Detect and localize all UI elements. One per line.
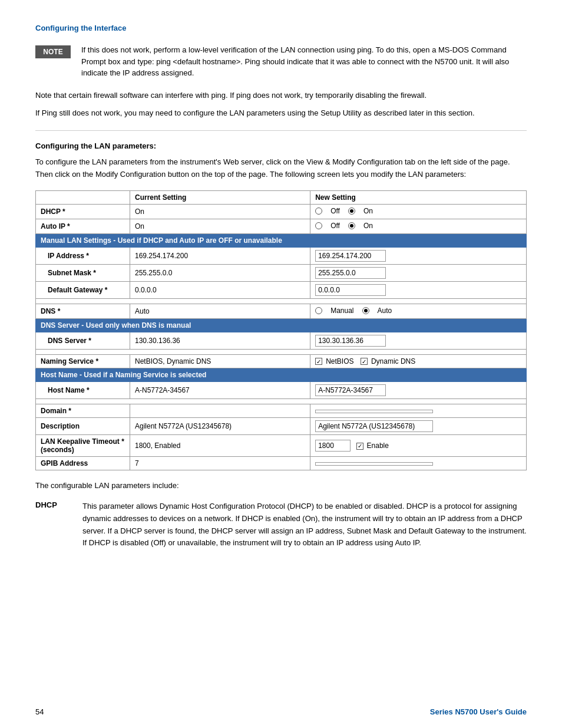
table-row-spacer (36, 349, 527, 354)
radio-off-autoip[interactable] (315, 222, 322, 229)
input-ipaddress[interactable]: 169.254.174.200 (315, 250, 386, 262)
paragraph-firewall: Note that certain firewall software can … (35, 90, 527, 102)
row-new-description: Agilent N5772A (US12345678) (310, 418, 527, 435)
row-label-hostname: Host Name * (36, 382, 130, 399)
label-netbios: NetBIOS (326, 357, 353, 365)
row-current-ipaddress: 169.254.174.200 (130, 247, 310, 264)
paragraph-setup-utility: If Ping still does not work, you may nee… (35, 107, 527, 120)
col-header-current: Current Setting (130, 190, 310, 204)
radio-on-dhcp[interactable] (348, 207, 355, 215)
row-current-hostname: A-N5772A-34567 (130, 382, 310, 399)
row-label-dnsserver: DNS Server * (36, 332, 130, 349)
row-new-dnsserver: 130.30.136.36 (310, 332, 527, 349)
row-new-autoip: Off On (310, 219, 527, 233)
row-new-dns: Manual Auto (310, 304, 527, 318)
table-row-blue-manual: Manual LAN Settings - Used if DHCP and A… (36, 233, 527, 247)
row-label-gpib: GPIB Address (36, 457, 130, 470)
dhcp-section-label: DHCP (35, 500, 71, 549)
input-gateway[interactable]: 0.0.0.0 (315, 284, 386, 296)
row-current-naming: NetBIOS, Dynamic DNS (130, 354, 310, 368)
row-new-hostname: A-N5772A-34567 (310, 382, 527, 399)
row-current-keepalive: 1800, Enabled (130, 435, 310, 457)
dhcp-section-description: This parameter allows Dynamic Host Confi… (82, 500, 527, 549)
row-label-dns: DNS * (36, 304, 130, 318)
section-divider (35, 130, 527, 131)
checkbox-dynamicdns[interactable] (361, 358, 368, 365)
footer-series-title: Series N5700 User's Guide (430, 707, 527, 716)
row-label-subnetmask: Subnet Mask * (36, 264, 130, 281)
input-subnetmask[interactable]: 255.255.0.0 (315, 267, 386, 279)
radio-on-autoip[interactable] (348, 222, 355, 229)
row-current-domain (130, 404, 310, 418)
row-label-keepalive: LAN Keepalive Timeout * (seconds) (36, 435, 130, 457)
lan-config-table: Current Setting New Setting DHCP * On Of… (35, 190, 527, 471)
input-hostname[interactable]: A-N5772A-34567 (315, 384, 386, 396)
blue-header-hostname: Host Name - Used if a Naming Service is … (36, 368, 527, 382)
table-row: Naming Service * NetBIOS, Dynamic DNS Ne… (36, 354, 527, 368)
col-header-new: New Setting (310, 190, 527, 204)
table-row-spacer (36, 399, 527, 404)
row-current-dns: Auto (130, 304, 310, 318)
row-current-gpib: 7 (130, 457, 310, 470)
table-row-spacer (36, 298, 527, 304)
input-keepalive[interactable]: 1800 (315, 440, 351, 452)
blue-header-manual: Manual LAN Settings - Used if DHCP and A… (36, 233, 527, 247)
lan-params-heading: Configuring the LAN parameters: (35, 141, 527, 150)
row-label-description: Description (36, 418, 130, 435)
table-row: DHCP * On Off On (36, 204, 527, 219)
table-row: GPIB Address 7 (36, 457, 527, 470)
table-row: DNS Server * 130.30.136.36 130.30.136.36 (36, 332, 527, 349)
lan-params-label: The configurable LAN parameters include: (35, 480, 527, 492)
row-new-domain (310, 404, 527, 418)
row-current-gateway: 0.0.0.0 (130, 281, 310, 298)
row-new-gateway: 0.0.0.0 (310, 281, 527, 298)
table-row: DNS * Auto Manual Auto (36, 304, 527, 318)
table-row: Auto IP * On Off On (36, 219, 527, 233)
row-label-naming: Naming Service * (36, 354, 130, 368)
label-enable-keepalive: Enable (367, 442, 389, 450)
radio-off-dhcp[interactable] (315, 207, 322, 215)
note-label: NOTE (35, 45, 71, 58)
table-row: Default Gateway * 0.0.0.0 0.0.0.0 (36, 281, 527, 298)
row-label-autoip: Auto IP * (36, 219, 130, 233)
col-header-label (36, 190, 130, 204)
note-box: NOTE If this does not work, perform a lo… (35, 44, 527, 79)
row-current-dhcp: On (130, 204, 310, 219)
table-row-blue-dns: DNS Server - Used only when DNS is manua… (36, 318, 527, 332)
table-row: Domain * (36, 404, 527, 418)
table-row-blue-hostname: Host Name - Used if a Naming Service is … (36, 368, 527, 382)
row-new-gpib (310, 457, 527, 470)
row-new-dhcp: Off On (310, 204, 527, 219)
row-current-autoip: On (130, 219, 310, 233)
page-header-title: Configuring the Interface (35, 24, 527, 32)
row-new-keepalive: 1800 Enable (310, 435, 527, 457)
footer-page-number: 54 (35, 707, 44, 716)
input-description[interactable]: Agilent N5772A (US12345678) (315, 420, 433, 432)
row-current-dnsserver: 130.30.136.36 (130, 332, 310, 349)
row-new-ipaddress: 169.254.174.200 (310, 247, 527, 264)
dhcp-section: DHCP This parameter allows Dynamic Host … (35, 500, 527, 549)
row-label-gateway: Default Gateway * (36, 281, 130, 298)
input-domain[interactable] (315, 410, 433, 413)
table-row: LAN Keepalive Timeout * (seconds) 1800, … (36, 435, 527, 457)
radio-auto-dns[interactable] (362, 307, 369, 314)
checkbox-enable-keepalive[interactable] (356, 443, 363, 450)
page-footer: 54 Series N5700 User's Guide (35, 707, 527, 716)
table-row: IP Address * 169.254.174.200 169.254.174… (36, 247, 527, 264)
row-label-ipaddress: IP Address * (36, 247, 130, 264)
row-label-domain: Domain * (36, 404, 130, 418)
label-dynamicdns: Dynamic DNS (371, 357, 415, 365)
radio-manual-dns[interactable] (315, 307, 322, 314)
row-current-subnetmask: 255.255.0.0 (130, 264, 310, 281)
input-gpib[interactable] (315, 462, 433, 466)
input-dnsserver[interactable]: 130.30.136.36 (315, 335, 386, 347)
row-label-dhcp: DHCP * (36, 204, 130, 219)
table-row: Subnet Mask * 255.255.0.0 255.255.0.0 (36, 264, 527, 281)
note-text: If this does not work, perform a low-lev… (81, 44, 527, 79)
row-new-subnetmask: 255.255.0.0 (310, 264, 527, 281)
checkbox-netbios[interactable] (315, 358, 322, 365)
row-current-description: Agilent N5772A (US12345678) (130, 418, 310, 435)
row-new-naming: NetBIOS Dynamic DNS (310, 354, 527, 368)
table-row: Host Name * A-N5772A-34567 A-N5772A-3456… (36, 382, 527, 399)
blue-header-dns: DNS Server - Used only when DNS is manua… (36, 318, 527, 332)
